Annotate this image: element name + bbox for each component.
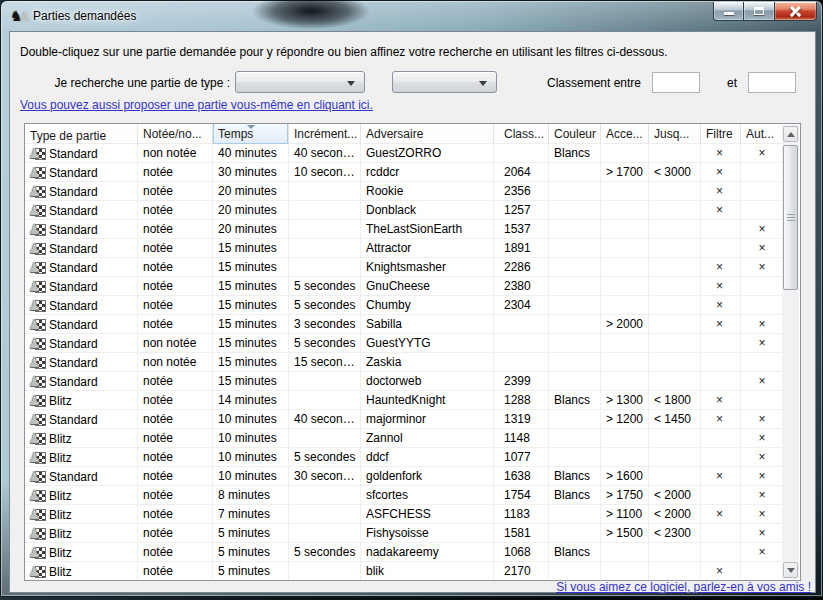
cell: notée [138,258,213,277]
app-chess-icon: ♞ ♙ [10,7,30,25]
table-row[interactable]: ♟Standardnotée20 minutesRookie2356× [25,182,785,201]
cell: non notée [138,353,213,372]
cell [601,239,649,258]
column-header-6[interactable]: Couleur [549,124,601,144]
scrollbar-thumb[interactable] [783,145,798,290]
table-row[interactable]: ♟Blitznotée8 minutessfcortes1754Blancs> … [25,486,785,505]
table-row[interactable]: ♟Blitznotée7 minutesASFCHESS1183> 1100< … [25,505,785,524]
minimize-button[interactable] [713,2,744,21]
cell: Chumby [361,296,494,315]
column-header-7[interactable]: Acce... [601,124,649,144]
table-row[interactable]: ♟Standardnotée15 minutes5 secondesChumby… [25,296,785,315]
cell: 5 secondes [289,296,361,315]
tell-friends-link[interactable]: Si vous aimez ce logiciel, parlez-en à v… [556,580,811,594]
cell: 5 secondes [289,277,361,296]
cell: × [701,562,741,580]
table-row[interactable]: ♟Blitznotée10 minutesZannol1148× [25,429,785,448]
cell: 3 secondes [289,315,361,334]
column-header-1[interactable]: Notée/no... [138,124,213,144]
cell: × [741,543,785,562]
cell: non notée [138,144,213,163]
cell [601,353,649,372]
game-type-dropdown[interactable] [235,71,365,93]
cell: 30 minutes [213,163,289,182]
table-row[interactable]: ♟Standardnon notée15 minutes5 secondesGu… [25,334,785,353]
time-control-dropdown[interactable] [392,71,497,93]
cell: < 1450 [649,410,701,429]
column-header-label: Aut... [746,127,774,141]
table-row[interactable]: ♟Blitznotée5 minutesFishysoisse1581> 150… [25,524,785,543]
table-row[interactable]: ♟Standardnotée15 minutesdoctorweb2399× [25,372,785,391]
cell: ♟Blitz [25,543,138,562]
table-row[interactable]: ♟Standardnotée15 minutesAttractor1891× [25,239,785,258]
cell: 2286 [494,258,549,277]
cell: 15 minutes [213,277,289,296]
chess-piece-icon: ♟ [30,450,46,466]
cell [549,334,601,353]
cell: 5 secondes [289,334,361,353]
column-header-label: Filtre [706,127,733,141]
cell: 1319 [494,410,549,429]
table-row[interactable]: ♟Standardnon notée40 minutes40 second...… [25,144,785,163]
rating-min-input[interactable] [652,72,700,93]
cell [289,505,361,524]
cell [601,258,649,277]
cell: ♟Blitz [25,505,138,524]
cell: × [701,163,741,182]
scroll-up-button[interactable] [783,126,798,142]
column-header-9[interactable]: Filtre [701,124,741,144]
cell: blik [361,562,494,580]
table-row[interactable]: ♟Standardnotée10 minutes40 second...majo… [25,410,785,429]
column-header-0[interactable]: Type de partie [25,124,138,144]
cell [289,182,361,201]
table-row[interactable]: ♟Standardnotée20 minutesDonblack1257× [25,201,785,220]
cell [549,372,601,391]
cell [549,220,601,239]
table-row[interactable]: ♟Standardnon notée15 minutes15 second...… [25,353,785,372]
cell: Sabilla [361,315,494,334]
cell [601,372,649,391]
chess-piece-icon: ♟ [30,374,46,390]
cell: × [741,448,785,467]
column-header-8[interactable]: Jusq... [649,124,701,144]
column-header-2[interactable]: Temps [213,124,289,144]
table-row[interactable]: ♟Blitznotée14 minutesHauntedKnight1288Bl… [25,391,785,410]
column-header-5[interactable]: Class... [494,124,549,144]
cell: 7 minutes [213,505,289,524]
cell: × [741,372,785,391]
table-row[interactable]: ♟Standardnotée15 minutes3 secondesSabill… [25,315,785,334]
column-header-label: Acce... [606,127,643,141]
table-row[interactable]: ♟Standardnotée15 minutes5 secondesGnuChe… [25,277,785,296]
chess-piece-icon: ♟ [30,279,46,295]
table-row[interactable]: ♟Blitznotée5 minutes5 secondesnadakareem… [25,543,785,562]
cell [701,220,741,239]
scroll-down-button[interactable] [783,562,798,578]
vertical-scrollbar[interactable] [782,125,799,579]
close-icon [789,6,802,17]
cell: × [741,429,785,448]
column-header-4[interactable]: Adversaire [361,124,494,144]
table-row[interactable]: ♟Standardnotée10 minutes30 second...gold… [25,467,785,486]
table-row[interactable]: ♟Standardnotée15 minutesKnightsmasher228… [25,258,785,277]
chess-piece-icon: ♟ [30,431,46,447]
cell: × [701,315,741,334]
table-row[interactable]: ♟Blitznotée10 minutes5 secondesddcf1077× [25,448,785,467]
rating-max-input[interactable] [748,72,796,93]
column-header-10[interactable]: Aut... [741,124,785,144]
cell [494,334,549,353]
column-header-3[interactable]: Incrément... [289,124,361,144]
maximize-button[interactable] [744,2,775,21]
cell [601,201,649,220]
cell [601,144,649,163]
chess-piece-icon: ♟ [30,526,46,542]
titlebar[interactable]: ♞ ♙ Parties demandées [1,1,822,31]
table-row[interactable]: ♟Standardnotée20 minutesTheLastSionEarth… [25,220,785,239]
table-row[interactable]: ♟Blitznotée5 minutesblik2170× [25,562,785,580]
close-button[interactable] [775,2,817,21]
propose-game-link[interactable]: Vous pouvez aussi proposer une partie vo… [20,98,373,112]
table-row[interactable]: ♟Standardnotée30 minutes10 second...rcdd… [25,163,785,182]
cell: notée [138,239,213,258]
cell [649,239,701,258]
cell: 5 minutes [213,562,289,580]
cell: ♟Standard [25,182,138,201]
